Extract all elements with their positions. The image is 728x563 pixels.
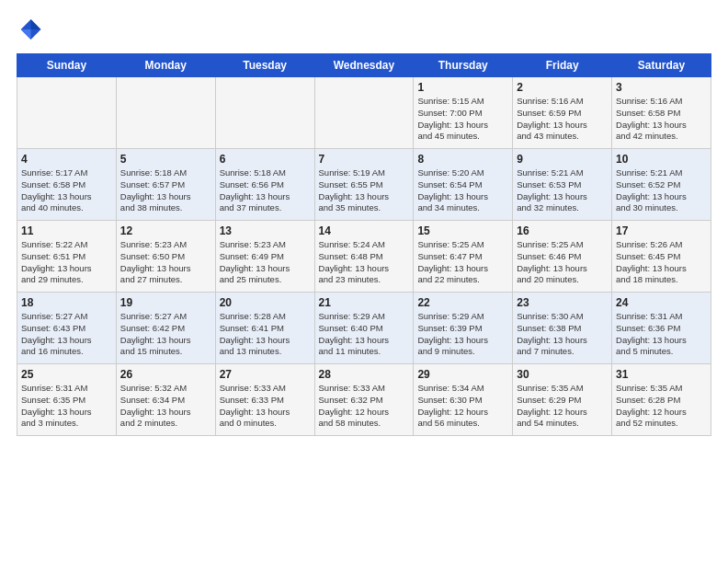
day-info: Sunrise: 5:34 AM Sunset: 6:30 PM Dayligh… — [417, 383, 508, 430]
calendar-cell: 19Sunrise: 5:27 AM Sunset: 6:42 PM Dayli… — [116, 293, 215, 364]
day-number: 25 — [21, 368, 112, 381]
calendar-cell: 3Sunrise: 5:16 AM Sunset: 6:58 PM Daylig… — [612, 77, 711, 149]
calendar-cell — [215, 77, 314, 149]
day-number: 23 — [517, 296, 608, 309]
day-info: Sunrise: 5:27 AM Sunset: 6:42 PM Dayligh… — [120, 311, 211, 358]
calendar-cell: 10Sunrise: 5:21 AM Sunset: 6:52 PM Dayli… — [612, 149, 711, 221]
header-day-wednesday: Wednesday — [314, 54, 414, 77]
calendar-cell — [116, 77, 215, 149]
day-info: Sunrise: 5:16 AM Sunset: 6:58 PM Dayligh… — [616, 96, 707, 143]
calendar-cell: 8Sunrise: 5:20 AM Sunset: 6:54 PM Daylig… — [414, 149, 513, 221]
svg-marker-1 — [31, 19, 41, 29]
day-number: 17 — [616, 224, 707, 237]
day-info: Sunrise: 5:20 AM Sunset: 6:54 PM Dayligh… — [417, 167, 508, 214]
day-number: 7 — [319, 153, 410, 166]
day-number: 15 — [417, 224, 508, 237]
week-row-1: 1Sunrise: 5:15 AM Sunset: 7:00 PM Daylig… — [17, 77, 711, 149]
calendar-table: SundayMondayTuesdayWednesdayThursdayFrid… — [17, 53, 711, 436]
day-number: 24 — [616, 296, 707, 309]
week-row-3: 11Sunrise: 5:22 AM Sunset: 6:51 PM Dayli… — [17, 221, 711, 293]
day-number: 4 — [21, 153, 112, 166]
calendar-cell: 9Sunrise: 5:21 AM Sunset: 6:53 PM Daylig… — [513, 149, 612, 221]
day-info: Sunrise: 5:15 AM Sunset: 7:00 PM Dayligh… — [417, 96, 508, 143]
day-number: 2 — [517, 81, 608, 94]
day-info: Sunrise: 5:33 AM Sunset: 6:32 PM Dayligh… — [319, 383, 410, 430]
day-info: Sunrise: 5:19 AM Sunset: 6:55 PM Dayligh… — [319, 167, 410, 214]
day-info: Sunrise: 5:29 AM Sunset: 6:39 PM Dayligh… — [417, 311, 508, 358]
day-info: Sunrise: 5:21 AM Sunset: 6:52 PM Dayligh… — [616, 167, 707, 214]
day-info: Sunrise: 5:16 AM Sunset: 6:59 PM Dayligh… — [517, 96, 608, 143]
day-number: 13 — [220, 224, 311, 237]
day-number: 22 — [417, 296, 508, 309]
day-info: Sunrise: 5:18 AM Sunset: 6:56 PM Dayligh… — [220, 167, 311, 214]
day-info: Sunrise: 5:17 AM Sunset: 6:58 PM Dayligh… — [21, 167, 112, 214]
day-info: Sunrise: 5:32 AM Sunset: 6:34 PM Dayligh… — [120, 383, 211, 430]
calendar-cell: 2Sunrise: 5:16 AM Sunset: 6:59 PM Daylig… — [513, 77, 612, 149]
day-info: Sunrise: 5:23 AM Sunset: 6:50 PM Dayligh… — [120, 239, 211, 286]
calendar-cell: 7Sunrise: 5:19 AM Sunset: 6:55 PM Daylig… — [314, 149, 414, 221]
day-info: Sunrise: 5:21 AM Sunset: 6:53 PM Dayligh… — [517, 167, 608, 214]
day-number: 5 — [120, 153, 211, 166]
header-day-monday: Monday — [116, 54, 215, 77]
calendar-cell: 25Sunrise: 5:31 AM Sunset: 6:35 PM Dayli… — [17, 364, 117, 436]
day-info: Sunrise: 5:25 AM Sunset: 6:47 PM Dayligh… — [417, 239, 508, 286]
day-number: 27 — [220, 368, 311, 381]
calendar-cell: 14Sunrise: 5:24 AM Sunset: 6:48 PM Dayli… — [314, 221, 414, 293]
calendar-cell: 24Sunrise: 5:31 AM Sunset: 6:36 PM Dayli… — [612, 293, 711, 364]
calendar-cell: 6Sunrise: 5:18 AM Sunset: 6:56 PM Daylig… — [215, 149, 314, 221]
page: SundayMondayTuesdayWednesdayThursdayFrid… — [0, 0, 728, 445]
header-day-saturday: Saturday — [612, 54, 711, 77]
calendar-cell: 16Sunrise: 5:25 AM Sunset: 6:46 PM Dayli… — [513, 221, 612, 293]
header-day-thursday: Thursday — [414, 54, 513, 77]
day-info: Sunrise: 5:31 AM Sunset: 6:35 PM Dayligh… — [21, 383, 112, 430]
calendar-cell: 18Sunrise: 5:27 AM Sunset: 6:43 PM Dayli… — [17, 293, 117, 364]
day-info: Sunrise: 5:26 AM Sunset: 6:45 PM Dayligh… — [616, 239, 707, 286]
calendar-cell: 27Sunrise: 5:33 AM Sunset: 6:33 PM Dayli… — [215, 364, 314, 436]
day-number: 19 — [120, 296, 211, 309]
day-info: Sunrise: 5:31 AM Sunset: 6:36 PM Dayligh… — [616, 311, 707, 358]
day-number: 26 — [120, 368, 211, 381]
day-number: 3 — [616, 81, 707, 94]
day-number: 6 — [220, 153, 311, 166]
day-number: 12 — [120, 224, 211, 237]
day-info: Sunrise: 5:29 AM Sunset: 6:40 PM Dayligh… — [319, 311, 410, 358]
day-info: Sunrise: 5:35 AM Sunset: 6:29 PM Dayligh… — [517, 383, 608, 430]
week-row-4: 18Sunrise: 5:27 AM Sunset: 6:43 PM Dayli… — [17, 293, 711, 364]
day-number: 28 — [319, 368, 410, 381]
calendar-cell: 15Sunrise: 5:25 AM Sunset: 6:47 PM Dayli… — [414, 221, 513, 293]
day-info: Sunrise: 5:18 AM Sunset: 6:57 PM Dayligh… — [120, 167, 211, 214]
calendar-cell: 31Sunrise: 5:35 AM Sunset: 6:28 PM Dayli… — [612, 364, 711, 436]
day-info: Sunrise: 5:22 AM Sunset: 6:51 PM Dayligh… — [21, 239, 112, 286]
day-number: 18 — [21, 296, 112, 309]
calendar-cell: 29Sunrise: 5:34 AM Sunset: 6:30 PM Dayli… — [414, 364, 513, 436]
logo — [17, 17, 44, 42]
day-number: 8 — [417, 153, 508, 166]
week-row-2: 4Sunrise: 5:17 AM Sunset: 6:58 PM Daylig… — [17, 149, 711, 221]
calendar-cell: 28Sunrise: 5:33 AM Sunset: 6:32 PM Dayli… — [314, 364, 414, 436]
header-day-friday: Friday — [513, 54, 612, 77]
day-number: 11 — [21, 224, 112, 237]
day-info: Sunrise: 5:23 AM Sunset: 6:49 PM Dayligh… — [220, 239, 311, 286]
header-day-sunday: Sunday — [17, 54, 117, 77]
calendar-cell — [314, 77, 414, 149]
calendar-cell: 4Sunrise: 5:17 AM Sunset: 6:58 PM Daylig… — [17, 149, 117, 221]
logo-icon — [17, 17, 42, 42]
header — [17, 17, 711, 42]
calendar-cell: 13Sunrise: 5:23 AM Sunset: 6:49 PM Dayli… — [215, 221, 314, 293]
calendar-cell: 12Sunrise: 5:23 AM Sunset: 6:50 PM Dayli… — [116, 221, 215, 293]
day-number: 9 — [517, 153, 608, 166]
svg-marker-2 — [21, 29, 31, 40]
day-info: Sunrise: 5:27 AM Sunset: 6:43 PM Dayligh… — [21, 311, 112, 358]
day-info: Sunrise: 5:25 AM Sunset: 6:46 PM Dayligh… — [517, 239, 608, 286]
calendar-cell: 30Sunrise: 5:35 AM Sunset: 6:29 PM Dayli… — [513, 364, 612, 436]
calendar-cell: 17Sunrise: 5:26 AM Sunset: 6:45 PM Dayli… — [612, 221, 711, 293]
day-info: Sunrise: 5:24 AM Sunset: 6:48 PM Dayligh… — [319, 239, 410, 286]
day-number: 14 — [319, 224, 410, 237]
day-number: 16 — [517, 224, 608, 237]
day-number: 29 — [417, 368, 508, 381]
day-number: 1 — [417, 81, 508, 94]
day-info: Sunrise: 5:30 AM Sunset: 6:38 PM Dayligh… — [517, 311, 608, 358]
day-info: Sunrise: 5:33 AM Sunset: 6:33 PM Dayligh… — [220, 383, 311, 430]
day-info: Sunrise: 5:28 AM Sunset: 6:41 PM Dayligh… — [220, 311, 311, 358]
day-number: 21 — [319, 296, 410, 309]
